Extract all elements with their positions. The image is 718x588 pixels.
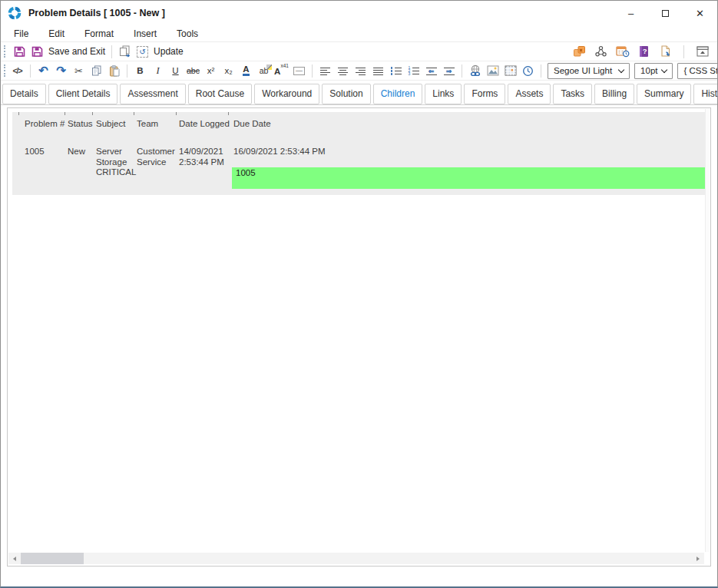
tab-billing[interactable]: Billing	[594, 84, 634, 104]
svg-text:?: ?	[643, 47, 647, 55]
menu-insert[interactable]: Insert	[124, 28, 167, 39]
menu-tools[interactable]: Tools	[167, 28, 208, 39]
insert-time-button[interactable]	[520, 63, 536, 78]
close-button[interactable]: ✕	[683, 1, 717, 25]
copy-problem-button[interactable]	[117, 44, 133, 59]
tab-links[interactable]: Links	[425, 84, 462, 104]
outdent-button[interactable]	[423, 63, 439, 78]
bold-button[interactable]: B	[132, 63, 148, 78]
strikethrough-button[interactable]: abc	[185, 63, 201, 78]
indent-button[interactable]	[441, 63, 457, 78]
cut-button[interactable]: ✂	[71, 63, 87, 78]
scrollbar-thumb[interactable]	[21, 553, 84, 564]
schedule-button[interactable]	[614, 44, 630, 59]
italic-button[interactable]: I	[150, 63, 166, 78]
column-header-subject[interactable]: Subject	[96, 119, 137, 128]
paste-button[interactable]	[106, 63, 122, 78]
update-button[interactable]: ↺	[134, 44, 151, 59]
tab-assets[interactable]: Assets	[508, 84, 551, 104]
tab-details[interactable]: Details	[2, 84, 46, 104]
tab-children[interactable]: Children	[373, 84, 423, 104]
tab-root-cause[interactable]: Root Cause	[188, 84, 252, 104]
chevron-down-icon	[618, 66, 624, 72]
horizontal-rule-button[interactable]: —	[291, 63, 307, 78]
toolbar-grip[interactable]	[4, 64, 5, 77]
bullet-list-button[interactable]	[388, 63, 404, 78]
align-justify-button[interactable]	[370, 63, 386, 78]
share-button[interactable]	[593, 44, 609, 59]
indent-icon	[444, 66, 455, 75]
child-problem-highlight-row[interactable]: 1005	[232, 167, 709, 189]
column-header-date-logged[interactable]: Date Logged	[179, 119, 233, 128]
undo-button[interactable]: ↶	[35, 63, 51, 78]
align-left-button[interactable]	[317, 63, 333, 78]
html-code-button[interactable]: </>	[9, 63, 25, 78]
column-header-status[interactable]: Status	[68, 119, 96, 128]
font-color-button[interactable]: A	[238, 63, 254, 78]
font-size-dropdown[interactable]: 10pt	[634, 63, 673, 79]
column-divider-tick[interactable]	[18, 112, 19, 115]
save-button[interactable]	[12, 44, 28, 59]
export-button[interactable]	[657, 44, 673, 59]
toolbar-grip[interactable]	[4, 45, 8, 58]
scroll-right-button[interactable]	[692, 553, 704, 564]
numbered-list-button[interactable]	[405, 63, 422, 78]
update-label: Update	[154, 46, 184, 57]
column-header-due-date[interactable]: Due Date	[233, 119, 709, 128]
column-header-problem-number[interactable]: Problem #	[25, 119, 68, 128]
tab-forms[interactable]: Forms	[464, 84, 505, 104]
align-right-button[interactable]	[352, 63, 369, 78]
vertical-scrollbar[interactable]	[705, 109, 710, 552]
insert-table-button[interactable]	[502, 63, 518, 78]
column-divider-tick[interactable]	[65, 112, 65, 115]
css-styles-dropdown[interactable]: { CSS Styles }	[677, 63, 718, 79]
tab-client-details[interactable]: Client Details	[48, 84, 118, 104]
css-styles-value: { CSS Styles }	[683, 66, 718, 75]
related-items-button[interactable]	[571, 44, 587, 59]
font-family-dropdown[interactable]: Segoe UI Light	[548, 63, 630, 79]
align-justify-icon	[373, 67, 383, 75]
tab-history[interactable]: History	[693, 84, 718, 104]
align-center-button[interactable]	[335, 63, 351, 78]
column-header-team[interactable]: Team	[137, 119, 179, 128]
subscript-button[interactable]: x₂	[220, 63, 237, 78]
menu-format[interactable]: Format	[74, 28, 124, 39]
minimize-button[interactable]: –	[614, 1, 648, 25]
maximize-button[interactable]	[648, 1, 683, 25]
redo-button[interactable]: ↷	[53, 63, 69, 78]
insert-image-button[interactable]	[485, 63, 501, 78]
format-toolbar: </> ↶ ↷ ✂ B I U abc x² x₂ A ab Ax41 —	[1, 61, 717, 81]
toolbar-separator	[111, 45, 112, 58]
font-attributes-button[interactable]: Ax41	[273, 63, 290, 78]
insert-link-button[interactable]	[467, 63, 483, 78]
highlight-button[interactable]: ab	[256, 63, 272, 78]
superscript-button[interactable]: x²	[203, 63, 219, 78]
horizontal-scrollbar[interactable]	[8, 553, 704, 564]
column-divider-tick[interactable]	[228, 112, 229, 115]
scroll-left-button[interactable]	[8, 553, 21, 564]
tab-workaround[interactable]: Workaround	[254, 84, 319, 104]
help-button[interactable]: ?	[636, 44, 652, 59]
menu-file[interactable]: File	[4, 28, 38, 39]
update-button-label[interactable]: Update	[151, 43, 186, 60]
help-book-icon: ?	[638, 45, 650, 58]
tab-solution[interactable]: Solution	[322, 84, 370, 104]
subscript-icon: x₂	[224, 66, 232, 75]
tab-strip: Details Client Details Assessment Root C…	[1, 81, 717, 105]
tab-tasks[interactable]: Tasks	[553, 84, 592, 104]
underline-button[interactable]: U	[167, 63, 184, 78]
menu-edit[interactable]: Edit	[38, 28, 74, 39]
tab-summary[interactable]: Summary	[637, 84, 691, 104]
column-divider-tick[interactable]	[134, 112, 134, 115]
tab-assessment[interactable]: Assessment	[120, 84, 185, 104]
close-icon: ✕	[696, 8, 704, 19]
italic-icon: I	[156, 65, 159, 77]
horizontal-rule-icon: —	[293, 67, 305, 75]
collapse-toolbar-button[interactable]	[694, 44, 710, 59]
app-logo-icon	[8, 6, 22, 20]
save-and-exit-button[interactable]: Save and Exit	[46, 43, 108, 60]
column-divider-tick[interactable]	[92, 112, 93, 115]
save-copy-button[interactable]	[29, 44, 45, 59]
copy-button[interactable]	[88, 63, 104, 78]
column-divider-tick[interactable]	[176, 112, 177, 115]
